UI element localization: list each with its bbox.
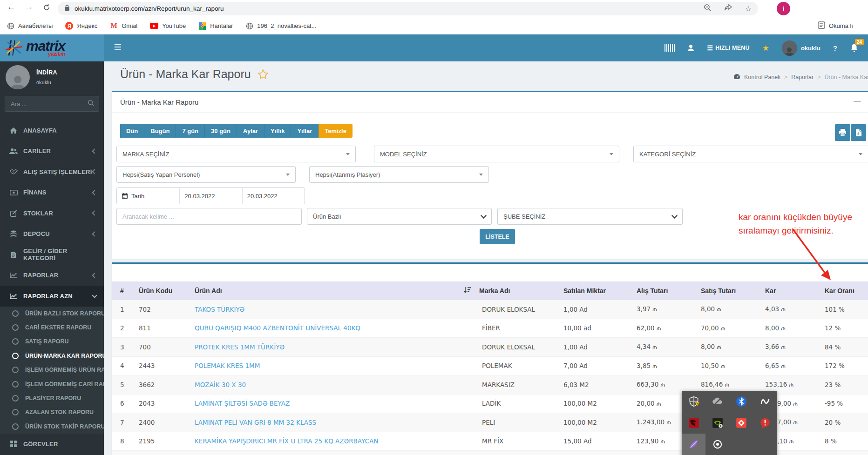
quick-range-button[interactable]: Bugün — [144, 124, 176, 138]
sidebar-item-gorevler[interactable]: GÖREVLER — [0, 434, 104, 455]
sidebar-item-raporlar[interactable]: RAPORLAR — [0, 265, 104, 286]
quick-range-button[interactable]: Yıllık — [264, 124, 291, 138]
alert-bubble-icon[interactable] — [753, 412, 777, 434]
bookmark-aviabilety[interactable]: Авиабилеты — [7, 22, 53, 30]
clear-button[interactable]: Temizle — [319, 124, 353, 138]
sidebar-search-input[interactable] — [10, 100, 81, 108]
column-header-index[interactable]: # — [120, 287, 139, 294]
help-button[interactable]: ? — [833, 44, 837, 52]
submenu-report-item[interactable]: PLASİYER RAPORU — [0, 391, 104, 405]
bookmark-yandex[interactable]: Я Яндекс — [65, 22, 97, 30]
submenu-report-item[interactable]: AZALAN STOK RAPORU — [0, 405, 104, 419]
quick-range-button[interactable]: 30 gün — [205, 124, 237, 138]
record-dot-icon[interactable] — [705, 434, 729, 455]
zoom-icon[interactable] — [704, 4, 712, 13]
favorites-star-icon[interactable]: ★ — [762, 43, 769, 53]
column-header-alis-tutari[interactable]: Alış Tutarı — [637, 287, 701, 294]
column-header-urun-adi[interactable]: Ürün Adı — [195, 287, 463, 294]
onedrive-cloud-icon[interactable] — [705, 391, 729, 412]
group-by-select[interactable]: Ürün Bazlı — [307, 208, 492, 225]
submenu-report-item[interactable]: İŞLEM GÖRMEMİŞ CARİ RAPORU — [0, 377, 104, 391]
sidebar-item-anasayfa[interactable]: ANASAYFA — [0, 120, 104, 141]
bluetooth-icon[interactable] — [729, 391, 753, 412]
product-name-link[interactable]: QURU QARIŞIQ M400 AZBENTONİT UNİVERSAL 4… — [195, 324, 463, 332]
submenu-report-item[interactable]: ÜRÜN-MARKA KAR RAPORU — [0, 349, 104, 363]
sidebar-item-stoklar[interactable]: STOKLAR — [0, 203, 104, 224]
profit-ratio: 101 % — [825, 306, 868, 313]
product-name-link[interactable]: TAKOS TÜRKİYƏ — [195, 306, 463, 313]
bookmark-youtube[interactable]: YouTube — [150, 22, 186, 29]
sidebar-item-raporlar-azn[interactable]: RAPORLAR AZN — [0, 286, 104, 307]
user-icon[interactable] — [687, 44, 694, 52]
breadcrumb-home[interactable]: Kontrol Paneli — [744, 74, 780, 80]
print-button[interactable] — [835, 124, 850, 141]
date-end-input[interactable]: 20.03.2022 — [242, 188, 305, 204]
forward-icon[interactable]: → — [22, 2, 35, 12]
back-icon[interactable]: ← — [5, 2, 18, 12]
submenu-report-item[interactable]: İŞLEM GÖRMEMİŞ ÜRÜN RAPOR — [0, 363, 104, 377]
sidebar-item-cariler[interactable]: CARİLER — [0, 141, 104, 162]
list-button[interactable]: LİSTELE — [480, 229, 515, 244]
bookmark-haritalar[interactable]: Haritalar — [198, 22, 233, 30]
sidebar-toggle-icon[interactable]: ☰ — [114, 42, 122, 53]
column-header-marka-adi[interactable]: Marka Adı — [463, 287, 563, 295]
personel-select[interactable]: Hepsi(Satış Yapan Personel) — [116, 166, 296, 183]
column-header-kar[interactable]: Kar — [765, 287, 825, 294]
quick-range-button[interactable]: Dün — [120, 124, 144, 138]
search-icon[interactable] — [88, 100, 94, 108]
brand-name: PELİ — [463, 419, 563, 426]
bookmark-gmail[interactable]: M Gmail — [110, 22, 137, 30]
bookmark-novalties[interactable]: 196_2_novalties-cat... — [245, 22, 316, 30]
column-header-kar-orani[interactable]: Kar Oranı — [825, 287, 868, 294]
quick-range-button[interactable]: 7 gün — [176, 124, 205, 138]
defender-shield-icon[interactable] — [682, 391, 705, 412]
address-bar[interactable]: okuklu.matrixotoerp.com/azn/Report/urun_… — [58, 2, 758, 15]
bookmark-star-icon[interactable]: ☆ — [745, 4, 752, 13]
sort-amount-icon[interactable] — [463, 287, 471, 295]
product-name-link[interactable]: LAMİNAT PELİ VAN GRİ 8 MM 32 KLASS — [195, 419, 463, 426]
sidebar-item-alis-satis[interactable]: ALIŞ SATIŞ İŞLEMLERİ — [0, 161, 104, 182]
matrix-logo[interactable]: matrixyazılım — [0, 34, 104, 61]
sidebar-item-gelir-gider[interactable]: GELİR / GİDER KATEGORİ — [0, 244, 104, 265]
product-name-link[interactable]: KERAMİKA YAPIŞDIRICI MR FİX U LTRA 25 KQ… — [195, 437, 463, 445]
column-header-urun-kodu[interactable]: Ürün Kodu — [139, 287, 195, 294]
browser-profile-avatar[interactable]: i — [777, 2, 790, 15]
model-select[interactable]: MODEL SEÇİNİZ — [374, 146, 619, 162]
notifications-button[interactable]: 24 — [850, 43, 859, 53]
sube-select[interactable]: ŞUBE SEÇİNİZ — [497, 208, 683, 225]
product-name-link[interactable]: PROTEK KRES 1MM TÜRKİYƏ — [195, 343, 463, 351]
msi-dragon-icon[interactable] — [682, 412, 705, 434]
quick-range-button[interactable]: Aylar — [237, 124, 264, 138]
user-menu[interactable]: okuklu — [782, 40, 821, 56]
quick-range-button[interactable]: Yıllar — [291, 124, 319, 138]
sidebar-item-finans[interactable]: FİNANS — [0, 182, 104, 203]
kategori-select[interactable]: KATEGORİ SEÇİNİZ — [633, 146, 868, 162]
radeon-diamond-icon[interactable] — [729, 412, 753, 434]
breadcrumb-raporlar[interactable]: Raporlar — [791, 74, 814, 80]
date-start-input[interactable]: 20.03.2022 — [179, 188, 242, 204]
favorite-star-icon[interactable] — [258, 69, 269, 80]
product-name-link[interactable]: MOZAİK 30 X 30 — [195, 381, 463, 388]
submenu-report-item[interactable]: CARİ EKSTRE RAPORU — [0, 321, 104, 335]
column-header-satilan-miktar[interactable]: Satılan Miktar — [563, 287, 637, 294]
column-header-satis-tutari[interactable]: Satış Tutarı — [701, 287, 765, 294]
product-name-link[interactable]: LAMİNAT ŞİLTƏSİ SADƏ BEYAZ — [195, 400, 463, 407]
keyword-input[interactable] — [116, 208, 302, 225]
collapse-panel-icon[interactable]: — — [854, 97, 861, 105]
feather-icon[interactable] — [682, 434, 705, 455]
share-icon[interactable] — [724, 4, 732, 13]
quick-menu-button[interactable]: ☰ HIZLI MENÜ — [707, 44, 749, 52]
barcode-icon[interactable] — [665, 44, 675, 52]
sidebar-item-depocu[interactable]: DEPOCU — [0, 224, 104, 245]
nahimic-wave-icon[interactable] — [753, 391, 777, 412]
reading-list-button[interactable]: Okuma li — [810, 21, 868, 31]
submenu-report-item[interactable]: SATIŞ RAPORU — [0, 335, 104, 348]
product-name-link[interactable]: POLEMAK KRES 1MM — [195, 362, 463, 369]
submenu-report-item[interactable]: ÜRÜN BAZLI STOK RAPORU — [0, 307, 104, 321]
reload-icon[interactable] — [40, 3, 53, 13]
marka-select[interactable]: MARKA SEÇİNİZ — [116, 146, 356, 162]
export-excel-button[interactable]: x̄ — [851, 124, 866, 141]
geforce-update-icon[interactable] — [705, 412, 729, 434]
submenu-report-item[interactable]: ÜRÜN STOK TAKİP RAPORU — [0, 420, 104, 434]
plasiyer-select[interactable]: Hepsi(Atanmış Plasiyer) — [309, 166, 489, 183]
